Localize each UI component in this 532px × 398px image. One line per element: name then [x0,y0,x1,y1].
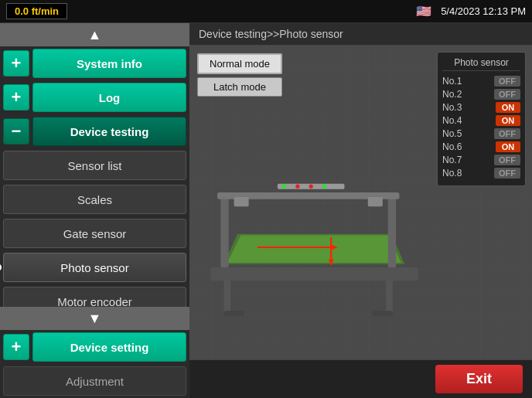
sensor-6-badge: ON [496,141,520,152]
sidebar-item-photo-sensor[interactable]: Photo sensor [3,251,186,284]
scroll-up-button[interactable]: ▲ [0,23,189,46]
log-label[interactable]: Log [32,83,186,112]
content-area: Device testing>>Photo sensor Normal mode… [189,23,532,398]
sidebar-item-system-info[interactable]: + System info [3,47,186,80]
flag-icon: 🇺🇸 [413,5,435,19]
sensor-7-badge: OFF [494,155,520,165]
svg-point-14 [295,185,299,189]
scales-label[interactable]: Scales [3,185,186,214]
svg-rect-7 [220,194,228,267]
exit-button[interactable]: Exit [435,365,523,393]
scanner-svg [197,143,431,352]
sensor-row-2: No.2 OFF [442,89,520,100]
sensor-1-label: No.1 [442,76,462,87]
sidebar-item-sensor-list[interactable]: Sensor list [3,149,186,182]
top-bar: 0.0 ft/min 🇺🇸 5/4/2023 12:13 PM [0,0,532,23]
sensor-2-badge: OFF [494,89,520,100]
bottom-bar: Exit [189,359,532,398]
device-setting-plus-btn[interactable]: + [3,334,29,360]
svg-rect-10 [234,197,249,206]
sidebar: ▲ + System info + Log − Device testing S… [0,23,189,398]
svg-point-16 [322,185,326,189]
log-plus-btn[interactable]: + [3,84,29,111]
scanner-illustration [197,143,431,352]
sensor-row-5: No.5 OFF [442,128,520,139]
sensor-5-badge: OFF [494,128,520,139]
scroll-down-button[interactable]: ▼ [0,307,189,330]
top-right-info: 🇺🇸 5/4/2023 12:13 PM [413,5,526,19]
system-info-label[interactable]: System info [32,49,186,78]
svg-rect-17 [224,280,231,313]
active-indicator [0,264,2,271]
sidebar-item-scales[interactable]: Scales [3,183,186,216]
svg-rect-0 [210,267,418,281]
sensor-list-label[interactable]: Sensor list [3,151,186,180]
sidebar-item-gate-sensor[interactable]: Gate sensor [3,217,186,250]
sidebar-item-log[interactable]: + Log [3,81,186,114]
svg-point-15 [309,185,313,189]
sensor-row-1: No.1 OFF [442,76,520,87]
sensor-2-label: No.2 [442,89,462,100]
svg-rect-20 [373,311,393,316]
scene-area: Normal mode Latch mode [189,46,532,359]
device-testing-label[interactable]: Device testing [32,117,186,146]
sensor-8-label: No.8 [442,168,462,179]
sensor-4-badge: ON [496,115,520,126]
photo-sensor-label[interactable]: Photo sensor [3,253,186,282]
main-layout: ▲ + System info + Log − Device testing S… [0,23,532,398]
sidebar-item-adjustment[interactable]: Adjustment [3,365,186,397]
svg-point-13 [282,185,286,189]
sidebar-item-device-testing[interactable]: − Device testing [3,115,186,148]
sensor-4-label: No.4 [442,115,462,126]
sidebar-item-device-setting[interactable]: + Device setting [3,331,186,363]
sidebar-scroll: + System info + Log − Device testing Sen… [0,46,189,307]
sensor-row-6: No.6 ON [442,141,520,152]
system-info-plus-btn[interactable]: + [3,50,29,77]
breadcrumb: Device testing>>Photo sensor [189,23,532,46]
sensor-6-label: No.6 [442,141,462,152]
sensor-3-label: No.3 [442,102,462,113]
sensor-row-3: No.3 ON [442,102,520,113]
svg-rect-19 [224,311,244,316]
datetime-display: 5/4/2023 12:13 PM [441,5,526,17]
svg-rect-8 [388,194,396,267]
mode-buttons: Normal mode Latch mode [197,53,282,97]
sensor-1-badge: OFF [494,76,520,87]
sensor-8-badge: OFF [494,168,520,179]
motor-encoder-label[interactable]: Motor encoder [3,287,186,307]
latch-mode-button[interactable]: Latch mode [197,77,282,97]
photo-sensor-panel-title: Photo sensor [442,57,520,71]
device-testing-minus-btn[interactable]: − [3,118,29,145]
content-body: Normal mode Latch mode [189,46,532,359]
sidebar-item-motor-encoder[interactable]: Motor encoder [3,285,186,307]
svg-marker-2 [227,235,401,262]
sensor-row-8: No.8 OFF [442,168,520,179]
speed-display: 0.0 ft/min [6,3,67,19]
sensor-5-label: No.5 [442,128,462,139]
gate-sensor-label[interactable]: Gate sensor [3,219,186,248]
device-setting-label[interactable]: Device setting [32,332,186,362]
sensor-3-badge: ON [496,102,520,113]
adjustment-label[interactable]: Adjustment [3,366,186,396]
sensor-7-label: No.7 [442,155,462,165]
sensor-row-7: No.7 OFF [442,155,520,165]
photo-sensor-panel: Photo sensor No.1 OFF No.2 OFF No.3 ON [437,52,526,186]
normal-mode-button[interactable]: Normal mode [197,53,282,74]
svg-rect-11 [368,197,383,206]
sensor-row-4: No.4 ON [442,115,520,126]
svg-rect-18 [386,280,393,313]
